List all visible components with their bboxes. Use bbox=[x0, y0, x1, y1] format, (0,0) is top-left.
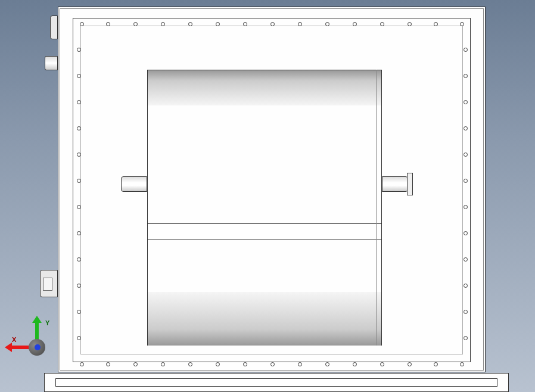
bolt-hole bbox=[106, 362, 110, 366]
bolt-hole bbox=[80, 362, 84, 366]
bolt-hole bbox=[77, 179, 81, 183]
bolt-hole bbox=[353, 362, 357, 366]
bolt-hole bbox=[77, 257, 81, 262]
left-fitting-top bbox=[50, 15, 58, 39]
bolt-hole bbox=[325, 22, 329, 26]
bolt-hole bbox=[464, 100, 468, 104]
z-axis-icon[interactable] bbox=[35, 344, 41, 350]
left-fitting-stub bbox=[45, 56, 58, 70]
bolt-hole bbox=[464, 257, 468, 262]
bolt-hole bbox=[243, 22, 247, 26]
bolt-hole bbox=[353, 22, 357, 26]
bolt-hole bbox=[77, 310, 81, 314]
bolt-hole bbox=[325, 362, 329, 366]
bolt-hole bbox=[464, 74, 468, 78]
bolt-hole bbox=[133, 362, 138, 366]
shaft-right-cap bbox=[407, 173, 413, 195]
drum-seam-line-upper bbox=[148, 223, 381, 224]
x-axis-label: X bbox=[12, 336, 16, 343]
base-plate-inner bbox=[55, 378, 497, 387]
bolt-hole bbox=[77, 74, 81, 78]
bolt-hole bbox=[77, 126, 81, 130]
bolt-hole bbox=[464, 336, 468, 340]
bolt-hole bbox=[298, 362, 302, 366]
bolt-hole bbox=[161, 22, 165, 26]
bolt-hole bbox=[106, 22, 110, 26]
bolt-hole bbox=[270, 22, 275, 26]
bolt-hole bbox=[216, 22, 220, 26]
shaft-stub-left bbox=[121, 176, 147, 192]
bolt-hole bbox=[464, 205, 468, 209]
bolt-hole bbox=[77, 336, 81, 340]
bolt-hole bbox=[77, 231, 81, 235]
bolt-hole bbox=[408, 22, 412, 26]
drum-top-shading bbox=[148, 70, 381, 105]
bolt-hole bbox=[464, 48, 468, 52]
bolt-hole bbox=[464, 126, 468, 130]
bolt-hole bbox=[380, 22, 384, 26]
bolt-hole bbox=[77, 205, 81, 209]
cad-viewport[interactable]: Y X bbox=[0, 0, 535, 392]
drum-edge-line bbox=[376, 70, 377, 346]
bolt-hole bbox=[464, 231, 468, 235]
cylindrical-drum bbox=[147, 70, 382, 346]
axis-triad[interactable]: Y X bbox=[11, 319, 52, 361]
bolt-hole bbox=[270, 362, 275, 366]
bolt-hole bbox=[408, 362, 412, 366]
bolt-hole bbox=[464, 179, 468, 183]
bolt-hole bbox=[464, 310, 468, 314]
bolt-hole bbox=[216, 362, 220, 366]
shaft-stub-right bbox=[382, 176, 408, 192]
bolt-hole bbox=[434, 22, 438, 26]
bolt-hole bbox=[243, 362, 247, 366]
bolt-hole bbox=[80, 22, 84, 26]
bolt-hole bbox=[161, 362, 165, 366]
left-fitting-bottom bbox=[40, 270, 58, 297]
y-axis-label: Y bbox=[45, 319, 49, 326]
bolt-hole bbox=[464, 284, 468, 288]
bolt-hole bbox=[188, 362, 192, 366]
bolt-hole bbox=[133, 22, 138, 26]
bolt-hole bbox=[380, 362, 384, 366]
bolt-hole bbox=[460, 22, 464, 26]
bolt-hole bbox=[77, 100, 81, 104]
bolt-hole bbox=[434, 362, 438, 366]
bolt-hole bbox=[77, 48, 81, 52]
bolt-hole bbox=[77, 153, 81, 157]
drum-bottom-shading bbox=[148, 292, 381, 346]
bolt-hole bbox=[464, 153, 468, 157]
base-plate bbox=[44, 373, 509, 392]
drum-seam-line-lower bbox=[148, 239, 381, 239]
bolt-hole bbox=[460, 362, 464, 366]
bolt-hole bbox=[77, 284, 81, 288]
bolt-hole bbox=[188, 22, 192, 26]
bolt-hole bbox=[298, 22, 302, 26]
